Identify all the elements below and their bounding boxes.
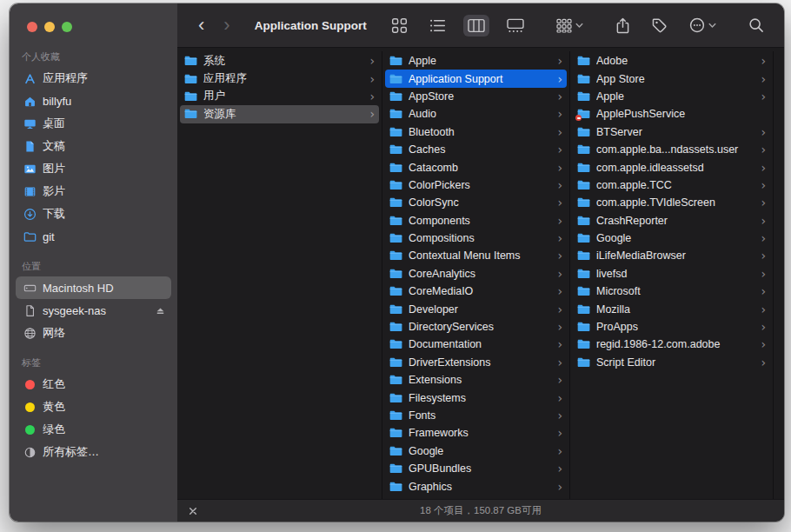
file-row[interactable]: DriverExtensions›: [385, 354, 567, 371]
file-row[interactable]: com.apple.TCC›: [573, 176, 770, 194]
file-row[interactable]: BTServer›: [573, 123, 770, 141]
file-row[interactable]: DirectoryServices›: [385, 318, 567, 336]
folder-icon: [577, 163, 591, 173]
file-row[interactable]: Bluetooth›: [385, 123, 567, 141]
file-row[interactable]: 用户›: [180, 88, 379, 105]
chevron-right-icon: ›: [557, 338, 562, 350]
group-view-icon[interactable]: [552, 15, 588, 37]
file-name: com.apple.idleassetsd: [596, 162, 757, 174]
folder-icon: [389, 375, 403, 385]
eject-icon[interactable]: [155, 305, 166, 316]
file-row[interactable]: Developer›: [385, 300, 567, 317]
file-row[interactable]: CoreMediaIO›: [385, 283, 567, 300]
sidebar-item[interactable]: 网络: [16, 322, 171, 344]
folder-icon: [389, 482, 403, 492]
file-row[interactable]: CoreAnalytics›: [385, 265, 567, 283]
file-row[interactable]: Apple›: [385, 52, 567, 70]
file-row[interactable]: Filesystems›: [385, 389, 567, 406]
file-row[interactable]: AppStore›: [385, 88, 567, 105]
file-row[interactable]: Google›: [573, 229, 770, 247]
file-row[interactable]: Contextual Menu Items›: [385, 247, 567, 264]
sidebar-item[interactable]: 红色: [16, 373, 171, 396]
file-row[interactable]: Adobe›: [573, 52, 770, 70]
icon-view-icon[interactable]: [387, 14, 412, 37]
file-row[interactable]: Caches›: [385, 141, 567, 158]
file-row[interactable]: 应用程序›: [180, 70, 379, 87]
search-icon[interactable]: [744, 14, 768, 37]
chevron-right-icon: ›: [761, 215, 766, 227]
sidebar-item[interactable]: 下载: [16, 203, 171, 225]
sidebar-item-label: 绿色: [43, 422, 65, 437]
file-row[interactable]: livefsd›: [573, 265, 770, 283]
file-name: DriverExtensions: [409, 356, 554, 369]
sidebar-item[interactable]: 图片: [16, 157, 171, 180]
sidebar-item[interactable]: sysgeek-nas: [16, 299, 171, 322]
more-icon[interactable]: [685, 14, 721, 37]
sidebar-item[interactable]: billyfu: [16, 90, 171, 112]
file-row[interactable]: App Store›: [573, 70, 770, 87]
file-row[interactable]: CrashReporter›: [573, 212, 770, 229]
file-row[interactable]: Apple›: [573, 88, 770, 105]
gallery-view-icon[interactable]: [502, 15, 528, 37]
file-row[interactable]: iLifeMediaBrowser›: [573, 247, 770, 264]
file-row[interactable]: Microsoft›: [573, 283, 770, 300]
folder-icon: [389, 393, 403, 403]
file-row[interactable]: Frameworks›: [385, 424, 567, 442]
folder-icon: [389, 446, 403, 456]
share-icon[interactable]: [611, 14, 635, 37]
file-row[interactable]: com.apple.TVIdleScreen›: [573, 194, 770, 211]
sidebar-item[interactable]: 绿色: [16, 418, 171, 441]
sidebar-item[interactable]: Macintosh HD: [16, 276, 171, 299]
folder-icon: [577, 304, 591, 315]
sidebar-item[interactable]: 黄色: [16, 396, 171, 418]
folder-icon: [389, 428, 403, 438]
sidebar-section: 个人收藏应用程序billyfu桌面文稿图片影片下载git: [10, 50, 177, 248]
sidebar-item[interactable]: 影片: [16, 180, 171, 203]
zoom-button[interactable]: [62, 22, 72, 32]
file-row[interactable]: ColorPickers›: [385, 176, 567, 194]
file-row[interactable]: regid.1986-12.com.adobe›: [573, 336, 770, 353]
file-row[interactable]: Graphics›: [385, 477, 567, 495]
column-view-icon[interactable]: [463, 15, 489, 37]
sidebar-item[interactable]: 桌面: [16, 112, 171, 135]
file-row[interactable]: ProApps›: [573, 318, 770, 336]
file-row[interactable]: Fonts›: [385, 407, 567, 424]
close-button[interactable]: [27, 22, 37, 32]
folder-icon: [577, 197, 591, 208]
sidebar-item-label: 红色: [43, 376, 65, 392]
window-controls: [10, 3, 177, 50]
x-icon[interactable]: [189, 507, 197, 515]
file-row[interactable]: Audio›: [385, 105, 567, 123]
forward-button[interactable]: ›: [223, 16, 229, 35]
file-row[interactable]: 系统›: [180, 52, 379, 70]
file-row[interactable]: ApplePushService: [573, 105, 770, 123]
file-row[interactable]: com.apple.ba...ndassets.user›: [573, 141, 770, 158]
download-icon: [21, 208, 38, 221]
file-row[interactable]: ColorSync›: [385, 194, 567, 211]
file-row[interactable]: GPUBundles›: [385, 460, 567, 477]
minimize-button[interactable]: [44, 22, 55, 32]
list-view-icon[interactable]: [425, 14, 450, 37]
file-row[interactable]: Documentation›: [385, 336, 567, 353]
file-row[interactable]: com.apple.idleassetsd›: [573, 158, 770, 176]
file-row[interactable]: Mozilla›: [573, 300, 770, 317]
back-button[interactable]: ‹: [198, 16, 204, 35]
file-row[interactable]: Catacomb›: [385, 158, 567, 176]
sidebar-item[interactable]: 文稿: [16, 135, 171, 157]
tag-icon[interactable]: [648, 14, 672, 37]
file-name: Catacomb: [409, 162, 554, 174]
sidebar-item[interactable]: 所有标签…: [16, 441, 171, 463]
chevron-right-icon: ›: [557, 445, 562, 457]
folder-icon: [389, 304, 403, 315]
file-row[interactable]: Components›: [385, 212, 567, 229]
file-row[interactable]: Script Editor›: [573, 354, 770, 371]
file-row[interactable]: Compositions›: [385, 229, 567, 247]
file-row[interactable]: Google›: [385, 442, 567, 460]
file-row[interactable]: 资源库›: [180, 105, 379, 123]
sidebar-item[interactable]: git: [16, 225, 171, 248]
folder-icon: [577, 91, 591, 102]
folder-icon: [389, 233, 403, 243]
file-row[interactable]: Extensions›: [385, 371, 567, 389]
sidebar-item[interactable]: 应用程序: [16, 67, 171, 90]
file-row[interactable]: Application Support›: [385, 70, 567, 87]
